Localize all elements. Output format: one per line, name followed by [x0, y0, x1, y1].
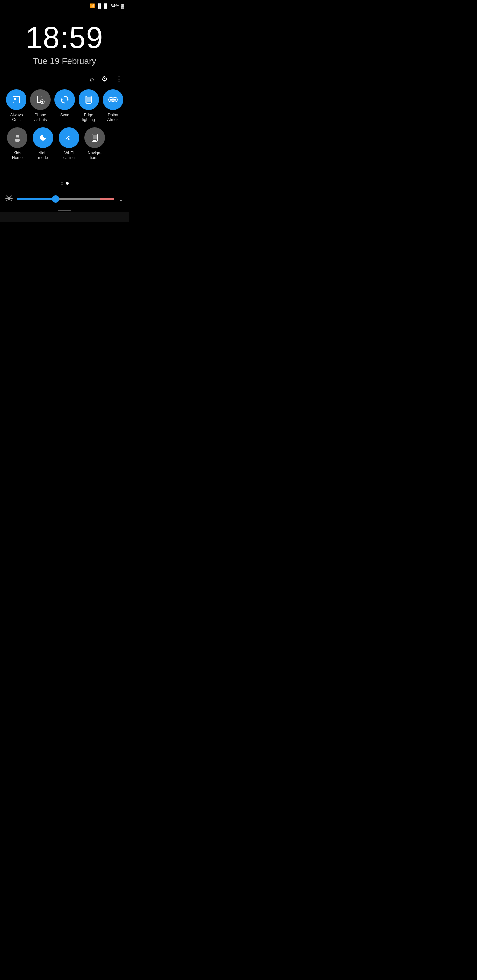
- qs-always-on-label: AlwaysOn...: [10, 113, 22, 122]
- quick-settings-row-2: KidsHome Nightmode Wi-Ficalling: [3, 127, 126, 160]
- qs-night-mode[interactable]: Nightmode: [32, 127, 54, 160]
- qs-wifi-calling[interactable]: Wi-Ficalling: [57, 127, 80, 160]
- qs-wifi-calling-label: Wi-Ficalling: [63, 151, 75, 160]
- signal-icon: ▐▌▐▌: [97, 3, 109, 8]
- qs-navigation[interactable]: Naviga-tion...: [83, 127, 106, 160]
- brightness-bar: ⌄: [0, 191, 129, 207]
- bottom-handle: [58, 210, 71, 211]
- page-dot-1[interactable]: [61, 182, 63, 185]
- battery-percent: 64%: [110, 3, 119, 8]
- brightness-expand-icon[interactable]: ⌄: [118, 195, 124, 203]
- brightness-icon: [5, 195, 13, 204]
- qs-navigation-label: Naviga-tion...: [88, 151, 101, 160]
- svg-point-4: [41, 101, 43, 103]
- svg-rect-0: [13, 96, 19, 103]
- qs-edge-lighting-icon: [78, 89, 99, 110]
- quick-settings-row-1: AlwaysOn... Phonevisibility: [3, 89, 126, 122]
- qs-phone-visibility-icon: [30, 89, 51, 110]
- qs-sync-icon: [54, 89, 75, 110]
- svg-line-29: [6, 200, 7, 200]
- settings-icon[interactable]: ⚙: [101, 75, 108, 83]
- svg-rect-19: [93, 135, 97, 139]
- qs-edge-lighting-label: Edgelighting: [83, 113, 95, 122]
- bottom-bar: [0, 207, 129, 212]
- qs-edge-lighting[interactable]: Edgelighting: [78, 89, 99, 122]
- svg-point-12: [110, 99, 112, 101]
- qs-night-mode-label: Nightmode: [38, 151, 48, 160]
- svg-line-26: [6, 196, 7, 196]
- brightness-slider[interactable]: [17, 198, 114, 200]
- clock-date: Tue 19 February: [6, 56, 123, 66]
- page-indicators: [0, 172, 129, 191]
- qs-wifi-calling-icon: [59, 127, 79, 148]
- clock-section: 18:59 Tue 19 February: [0, 10, 129, 70]
- svg-rect-1: [14, 98, 16, 100]
- svg-line-27: [11, 200, 11, 200]
- clock-time: 18:59: [6, 23, 123, 52]
- qs-always-on-icon: [6, 89, 27, 110]
- battery-icon: ▓: [121, 3, 124, 8]
- qs-phone-visibility-label: Phonevisibility: [34, 113, 47, 122]
- qs-dolby-atmos-icon: [103, 89, 123, 110]
- qs-dolby-atmos-label: DolbyAtmos: [107, 113, 119, 122]
- page-dot-2[interactable]: [66, 182, 69, 185]
- svg-rect-20: [93, 140, 96, 141]
- svg-marker-6: [61, 98, 62, 101]
- svg-line-28: [11, 196, 11, 196]
- qs-night-mode-icon: [33, 127, 53, 148]
- svg-marker-5: [67, 98, 68, 101]
- svg-point-15: [14, 139, 20, 142]
- svg-point-21: [7, 197, 11, 200]
- qs-kids-home-label: KidsHome: [12, 151, 22, 160]
- qs-always-on[interactable]: AlwaysOn...: [6, 89, 27, 122]
- svg-rect-8: [87, 97, 91, 102]
- qs-kids-home-icon: [7, 127, 27, 148]
- brightness-track: [17, 198, 114, 200]
- qs-sync-label: Sync: [60, 113, 69, 117]
- status-icons: 📶 ▐▌▐▌ 64% ▓: [90, 3, 124, 8]
- qs-navigation-icon: [85, 127, 105, 148]
- svg-point-16: [16, 136, 17, 137]
- svg-point-17: [18, 136, 19, 137]
- status-bar: 📶 ▐▌▐▌ 64% ▓: [0, 0, 129, 10]
- more-icon[interactable]: ⋮: [115, 75, 123, 83]
- brightness-thumb[interactable]: [52, 195, 59, 203]
- qs-sync[interactable]: Sync: [54, 89, 75, 122]
- svg-point-13: [114, 99, 116, 101]
- toolbar: ⌕ ⚙ ⋮: [0, 70, 129, 86]
- nav-bar: [0, 212, 129, 222]
- quick-settings: AlwaysOn... Phonevisibility: [0, 86, 129, 172]
- wifi-icon: 📶: [90, 3, 95, 8]
- qs-phone-visibility[interactable]: Phonevisibility: [30, 89, 51, 122]
- qs-kids-home[interactable]: KidsHome: [6, 127, 29, 160]
- search-icon[interactable]: ⌕: [90, 75, 94, 83]
- qs-dolby-atmos[interactable]: DolbyAtmos: [102, 89, 123, 122]
